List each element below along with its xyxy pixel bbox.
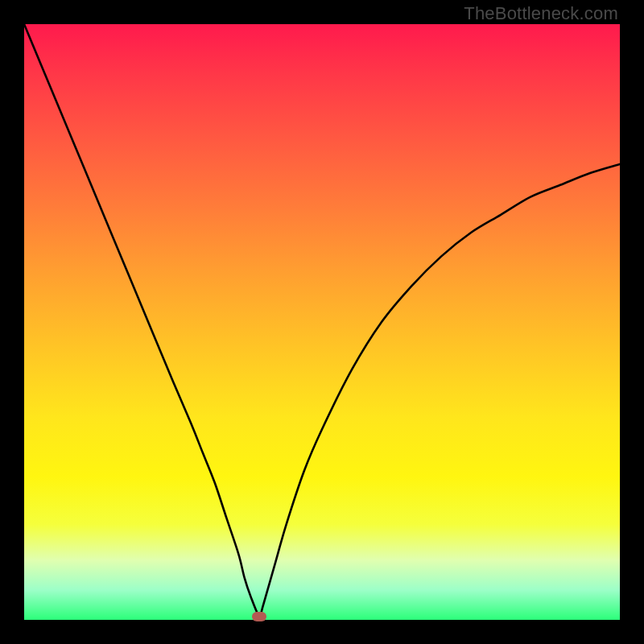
watermark-text: TheBottleneck.com: [464, 3, 618, 24]
plot-area: [24, 24, 620, 620]
bottleneck-curve: [24, 24, 620, 617]
curve-svg: [24, 24, 620, 620]
chart-frame: TheBottleneck.com: [0, 0, 644, 644]
optimum-marker: [252, 612, 266, 621]
